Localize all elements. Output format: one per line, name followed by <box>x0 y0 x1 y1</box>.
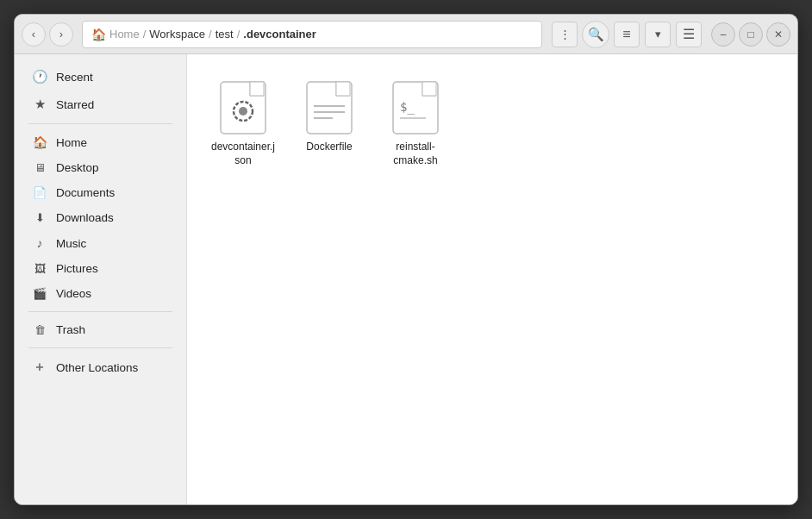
breadcrumb-sep-2: / <box>143 28 147 41</box>
documents-icon: 📄 <box>32 186 47 199</box>
downloads-icon: ⬇ <box>32 211 47 224</box>
trash-icon: 🗑 <box>32 323 47 336</box>
sidebar-item-documents[interactable]: 📄 Documents <box>18 180 183 205</box>
svg-rect-7 <box>336 82 350 96</box>
sidebar-label-pictures: Pictures <box>56 262 98 275</box>
videos-icon: 🎬 <box>32 287 47 300</box>
svg-text:$_: $_ <box>400 100 415 115</box>
svg-rect-2 <box>250 82 264 96</box>
sidebar-divider-1 <box>28 123 172 124</box>
breadcrumb[interactable]: 🏠 Home / Workspace / test / .devcontaine… <box>82 21 542 48</box>
sidebar-label-desktop: Desktop <box>56 161 99 174</box>
sidebar-label-trash: Trash <box>56 323 85 336</box>
sidebar-label-documents: Documents <box>56 186 115 199</box>
dockerfile-icon <box>305 80 353 135</box>
home-icon: 🏠 <box>32 135 47 149</box>
sidebar-item-videos[interactable]: 🎬 Videos <box>18 281 183 306</box>
sidebar-label-starred: Starred <box>56 98 94 111</box>
view-menu-button[interactable]: ☰ <box>676 22 702 47</box>
file-item-devcontainer-json[interactable]: devcontainer.json <box>204 72 282 176</box>
sidebar-label-recent: Recent <box>56 71 93 84</box>
sidebar-item-downloads[interactable]: ⬇ Downloads <box>18 205 183 230</box>
search-button[interactable]: 🔍 <box>582 21 609 48</box>
recent-icon: 🕐 <box>32 69 47 84</box>
file-manager-window: ‹ › 🏠 Home / Workspace / test / .devcont… <box>14 14 798 505</box>
view-list-button[interactable]: ≡ <box>614 22 640 47</box>
sidebar-item-recent[interactable]: 🕐 Recent <box>18 63 183 91</box>
sidebar-item-desktop[interactable]: 🖥 Desktop <box>18 155 183 180</box>
forward-button[interactable]: › <box>49 22 73 47</box>
sidebar-label-music: Music <box>56 237 86 250</box>
music-icon: ♪ <box>32 236 47 250</box>
breadcrumb-test: test <box>215 28 234 41</box>
dockerfile-label: Dockerfile <box>306 141 352 154</box>
sidebar-item-music[interactable]: ♪ Music <box>18 230 183 256</box>
reinstall-cmake-label: reinstall-cmake.sh <box>382 141 449 167</box>
sidebar-label-home: Home <box>56 136 87 149</box>
view-sort-button[interactable]: ▾ <box>645 22 671 47</box>
sidebar-label-videos: Videos <box>56 287 91 300</box>
svg-point-4 <box>239 107 247 116</box>
file-item-reinstall-cmake[interactable]: $_ reinstall-cmake.sh <box>377 72 454 176</box>
starred-icon: ★ <box>32 97 47 112</box>
sidebar-divider-2 <box>28 311 172 312</box>
sidebar-item-home[interactable]: 🏠 Home <box>18 129 183 155</box>
breadcrumb-sep-1: Home <box>109 28 140 41</box>
pictures-icon: 🖼 <box>32 262 47 275</box>
main-area: 🕐 Recent ★ Starred 🏠 Home 🖥 Desktop 📄 Do… <box>15 54 797 504</box>
breadcrumb-sep-4: / <box>237 28 240 41</box>
window-controls: – □ ✕ <box>711 22 790 47</box>
menu-dots-button[interactable]: ⋮ <box>552 22 578 47</box>
titlebar: ‹ › 🏠 Home / Workspace / test / .devcont… <box>15 15 797 54</box>
minimize-button[interactable]: – <box>711 22 735 47</box>
svg-rect-13 <box>422 82 436 96</box>
file-area: devcontainer.json Dockerfile <box>187 54 797 504</box>
sidebar-label-other-locations: Other Locations <box>56 361 138 374</box>
devcontainer-json-icon <box>219 80 267 135</box>
breadcrumb-current: .devcontainer <box>243 28 316 41</box>
sidebar-item-other-locations[interactable]: + Other Locations <box>18 353 183 381</box>
sidebar-divider-3 <box>28 347 172 348</box>
desktop-icon: 🖥 <box>32 161 47 174</box>
breadcrumb-sep-3: / <box>209 28 212 41</box>
reinstall-cmake-icon: $_ <box>391 80 440 135</box>
devcontainer-json-label: devcontainer.json <box>209 141 277 167</box>
other-locations-icon: + <box>32 360 47 375</box>
back-button[interactable]: ‹ <box>22 22 46 47</box>
sidebar-item-starred[interactable]: ★ Starred <box>18 91 183 118</box>
sidebar: 🕐 Recent ★ Starred 🏠 Home 🖥 Desktop 📄 Do… <box>15 54 187 504</box>
breadcrumb-home-icon: 🏠 <box>91 28 106 41</box>
sidebar-item-trash[interactable]: 🗑 Trash <box>18 317 183 342</box>
sidebar-item-pictures[interactable]: 🖼 Pictures <box>18 256 183 281</box>
maximize-button[interactable]: □ <box>739 22 763 47</box>
sidebar-label-downloads: Downloads <box>56 211 114 224</box>
file-item-dockerfile[interactable]: Dockerfile <box>290 72 368 176</box>
close-button[interactable]: ✕ <box>766 22 790 47</box>
breadcrumb-workspace: Workspace <box>149 28 205 41</box>
